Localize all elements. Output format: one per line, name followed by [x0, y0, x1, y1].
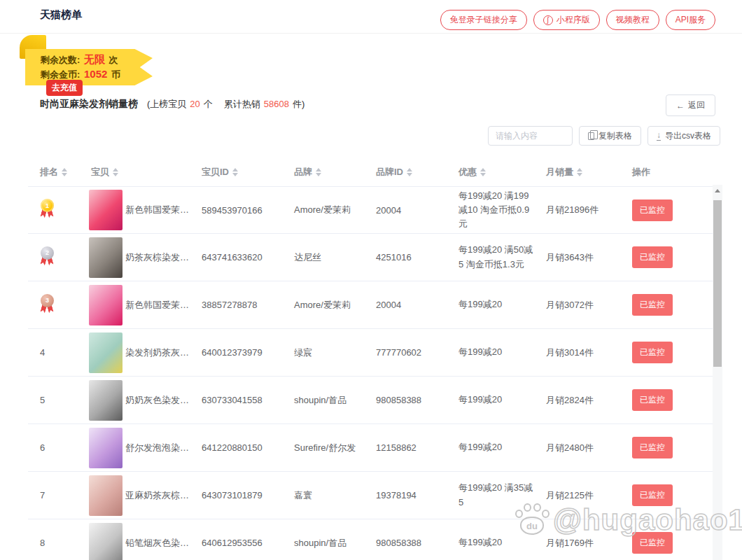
monitored-button[interactable]: 已监控	[632, 437, 673, 458]
column-label: 宝贝ID	[202, 166, 229, 178]
vertical-scrollbar[interactable]	[713, 185, 722, 560]
action-cell: 已监控	[632, 294, 713, 316]
share-link-button[interactable]: 免登录子链接分享	[440, 10, 527, 30]
video-tutorial-label: 视频教程	[616, 14, 650, 26]
export-csv-button[interactable]: ↓ 导出csv表格	[648, 126, 720, 146]
column-label: 优惠	[458, 165, 477, 179]
brand-cell: Surefire/舒尔发	[294, 442, 376, 454]
discount-cell: 每199减20 满199减10 淘金币抵0.9元	[458, 189, 546, 231]
column-header-1[interactable]: 宝贝	[89, 166, 202, 178]
table-row: 4 染发剂奶茶灰棕... 640012373979 绿宸 777770602 每…	[28, 329, 713, 377]
product-image[interactable]	[89, 475, 122, 516]
action-cell: 已监控	[632, 246, 713, 268]
discount-cell: 每199减20	[458, 298, 546, 312]
header-button-group: 免登录子链接分享 ʃ 小程序版 视频教程 API服务	[440, 10, 715, 30]
sales-cell: 月销3014件	[546, 346, 632, 359]
product-image[interactable]	[89, 380, 122, 421]
product-name[interactable]: 新色韩国爱茉莉...	[125, 204, 196, 216]
sort-carets-icon[interactable]	[407, 168, 412, 176]
table-header-row: 排名宝贝宝贝ID品牌品牌ID优惠月销量操作	[28, 158, 713, 186]
page-title: 天猫榜单	[40, 8, 82, 22]
product-image[interactable]	[89, 428, 122, 468]
times-label: 剩余次数:	[41, 55, 80, 65]
back-button[interactable]: ← 返回	[666, 94, 715, 116]
miniprogram-icon: ʃ	[543, 15, 553, 25]
item-id-cell: 640012373979	[202, 347, 294, 358]
brand-id-cell: 980858388	[376, 395, 458, 405]
brand-cell: Amore/爱茉莉	[294, 299, 376, 312]
miniprogram-button[interactable]: ʃ 小程序版	[533, 10, 600, 30]
product-image[interactable]	[89, 332, 122, 373]
board-total-unit: 件)	[293, 98, 304, 111]
product-name[interactable]: 亚麻奶茶灰棕色...	[125, 489, 196, 502]
column-header-5[interactable]: 优惠	[458, 165, 546, 179]
brand-id-cell: 20004	[376, 205, 458, 216]
export-csv-label: 导出csv表格	[665, 130, 711, 142]
search-input[interactable]	[488, 126, 573, 146]
action-cell: 已监控	[632, 389, 713, 411]
column-label: 品牌ID	[376, 166, 403, 178]
action-cell: 已监控	[632, 342, 713, 363]
quota-ribbon: 剩余次数: 无限 次 剩余金币: 1052 币 去充值	[20, 35, 160, 98]
column-header-4[interactable]: 品牌ID	[376, 166, 458, 178]
api-service-button[interactable]: API服务	[666, 10, 715, 30]
product-image[interactable]	[89, 190, 122, 230]
scrollbar-thumb[interactable]	[713, 200, 722, 367]
video-tutorial-button[interactable]: 视频教程	[606, 10, 659, 30]
product-image[interactable]	[89, 523, 122, 560]
item-cell: 舒尔发泡泡染发...	[89, 428, 202, 468]
product-image[interactable]	[89, 285, 122, 326]
sort-carets-icon[interactable]	[577, 168, 582, 176]
copy-table-button[interactable]: 复制表格	[579, 126, 641, 146]
board-item-unit: 个	[204, 98, 213, 111]
monitored-button[interactable]: 已监控	[632, 484, 673, 506]
table-row: 7 亚麻奶茶灰棕色... 643073101879 嘉寰 19378194 每1…	[28, 472, 713, 519]
discount-cell: 每199减20 满35减5	[458, 481, 546, 509]
recharge-button[interactable]: 去充值	[46, 80, 83, 96]
sort-carets-icon[interactable]	[62, 168, 67, 176]
column-header-3[interactable]: 品牌	[294, 166, 376, 178]
item-id-cell: 641220880150	[202, 442, 294, 453]
column-header-2[interactable]: 宝贝ID	[202, 166, 294, 178]
product-name[interactable]: 奶奶灰色染发剂...	[125, 394, 196, 407]
product-name[interactable]: 新色韩国爱茉莉...	[125, 299, 196, 312]
monitored-button[interactable]: 已监控	[632, 389, 673, 411]
monitored-button[interactable]: 已监控	[632, 294, 673, 316]
rank-number: 6	[40, 442, 45, 453]
rank-cell: 3	[28, 294, 89, 316]
monitored-button[interactable]: 已监控	[632, 200, 673, 221]
product-name[interactable]: 铅笔烟灰色染发...	[125, 537, 196, 550]
monitored-button[interactable]: 已监控	[632, 532, 673, 554]
brand-id-cell: 12158862	[376, 442, 458, 453]
product-name[interactable]: 舒尔发泡泡染发...	[125, 442, 196, 454]
table-row: 6 舒尔发泡泡染发... 641220880150 Surefire/舒尔发 1…	[28, 424, 713, 472]
coins-value: 1052	[83, 68, 108, 80]
product-name[interactable]: 奶茶灰棕染发剂...	[125, 251, 196, 264]
rank-number: 8	[40, 538, 45, 548]
column-header-6[interactable]: 月销量	[546, 166, 632, 178]
monitored-button[interactable]: 已监控	[632, 342, 673, 363]
copy-icon	[588, 132, 594, 140]
medal-icon: 2	[40, 246, 55, 269]
brand-cell: 达尼丝	[294, 251, 376, 264]
column-header-0[interactable]: 排名	[28, 166, 89, 178]
brand-id-cell: 19378194	[376, 490, 458, 500]
monitored-button[interactable]: 已监控	[632, 246, 673, 268]
table-row: 2 奶茶灰棕染发剂... 643741633620 达尼丝 4251016 每1…	[28, 234, 713, 281]
product-name[interactable]: 染发剂奶茶灰棕...	[125, 346, 196, 359]
brand-id-cell: 4251016	[376, 252, 458, 262]
sort-carets-icon[interactable]	[113, 168, 118, 176]
coins-label: 剩余金币:	[41, 69, 80, 80]
sort-carets-icon[interactable]	[316, 168, 321, 176]
scroll-up-button[interactable]	[713, 185, 722, 196]
rank-cell: 6	[28, 442, 89, 453]
action-cell: 已监控	[632, 437, 713, 458]
sort-carets-icon[interactable]	[232, 168, 238, 176]
header-divider	[0, 33, 742, 34]
product-image[interactable]	[89, 237, 122, 278]
item-id-cell: 643073101879	[202, 490, 294, 500]
sales-cell: 月销1769件	[546, 537, 632, 550]
sort-carets-icon[interactable]	[480, 168, 486, 176]
action-cell: 已监控	[632, 484, 713, 506]
item-id-cell: 630733041558	[202, 395, 294, 405]
